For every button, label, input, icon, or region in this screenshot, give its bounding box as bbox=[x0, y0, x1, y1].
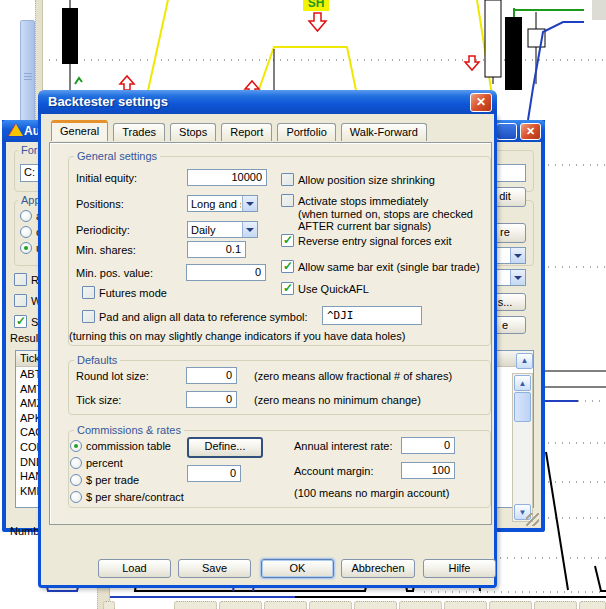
same-bar-exit-label: Allow same bar exit (single bar trade) bbox=[298, 261, 480, 274]
margin-note: (100 means no margin account) bbox=[294, 487, 449, 500]
screen: SH Au ✕ Form C: App bbox=[0, 0, 606, 609]
scrollbar-thumb[interactable] bbox=[514, 392, 531, 422]
per-trade-label: $ per trade bbox=[86, 474, 139, 487]
radio-apply-2[interactable] bbox=[20, 226, 32, 238]
checkbox-wait[interactable] bbox=[14, 294, 27, 307]
radio-per-trade[interactable] bbox=[70, 474, 82, 486]
save-button[interactable]: Save bbox=[178, 559, 251, 578]
chart-sheet-tabs[interactable] bbox=[0, 600, 606, 609]
spin-up-button[interactable]: ▲ bbox=[516, 353, 533, 369]
tab-walk-forward[interactable]: Walk-Forward bbox=[341, 123, 427, 141]
initial-equity-field[interactable]: 10000 bbox=[187, 169, 267, 186]
cancel-button[interactable]: Abbrechen bbox=[341, 559, 415, 578]
checkbox-sync[interactable] bbox=[14, 315, 27, 328]
radio-per-share[interactable] bbox=[70, 491, 82, 503]
pad-align-note: (turning this on may slightly change ind… bbox=[69, 330, 405, 343]
sheet-tab[interactable] bbox=[174, 601, 217, 609]
sheet-tab[interactable] bbox=[219, 601, 262, 609]
pad-align-label: Pad and align all data to reference symb… bbox=[99, 311, 308, 324]
percent-label: percent bbox=[86, 457, 123, 470]
reverse-entry-label: Reverse entry signal forces exit bbox=[298, 235, 451, 248]
checkbox-pad-align[interactable] bbox=[82, 310, 95, 323]
tab-portfolio[interactable]: Portfolio bbox=[277, 123, 335, 141]
chevron-down-icon[interactable] bbox=[242, 196, 257, 211]
load-button[interactable]: Load bbox=[98, 559, 171, 578]
sheet-tab[interactable] bbox=[103, 601, 115, 609]
maximize-button[interactable] bbox=[496, 123, 517, 140]
round-lot-label: Round lot size: bbox=[76, 370, 149, 383]
resize-grip[interactable] bbox=[526, 513, 539, 526]
activate-stops-label: Activate stops immediately bbox=[298, 195, 428, 208]
radio-apply-3[interactable] bbox=[20, 242, 32, 254]
ok-button[interactable]: OK bbox=[261, 559, 334, 578]
defaults-group-label: Defaults bbox=[74, 354, 120, 366]
tick-size-field[interactable]: 0 bbox=[186, 391, 237, 408]
periodicity-value: Daily bbox=[191, 223, 241, 237]
periodicity-label: Periodicity: bbox=[76, 224, 130, 237]
tick-size-note: (zero means no minimum change) bbox=[254, 394, 421, 407]
commission-amount-field[interactable]: 0 bbox=[187, 465, 241, 482]
tick-size-label: Tick size: bbox=[76, 394, 121, 407]
interest-rate-label: Annual interest rate: bbox=[294, 440, 392, 453]
futures-mode-label: Futures mode bbox=[99, 287, 167, 300]
chevron-down-icon[interactable] bbox=[242, 222, 257, 237]
chevron-down-icon[interactable] bbox=[510, 248, 525, 263]
checkbox-allow-shrinking[interactable] bbox=[281, 173, 294, 186]
candlesticks bbox=[62, 0, 545, 90]
account-margin-label: Account margin: bbox=[294, 465, 373, 478]
radio-apply-1[interactable] bbox=[20, 210, 32, 222]
round-lot-field[interactable]: 0 bbox=[186, 367, 237, 384]
checkbox-reverse-entry[interactable] bbox=[281, 234, 294, 247]
number-label: Numb bbox=[10, 525, 39, 538]
periodicity-combo[interactable]: Daily bbox=[187, 221, 258, 238]
quickafl-label: Use QuickAFL bbox=[298, 283, 369, 296]
min-shares-field[interactable]: 0.1 bbox=[187, 241, 246, 258]
help-button[interactable]: Hilfe bbox=[423, 559, 496, 578]
signal-arrows bbox=[120, 13, 479, 96]
tab-report[interactable]: Report bbox=[221, 123, 272, 141]
tab-trades[interactable]: Trades bbox=[113, 123, 165, 141]
min-pos-value-field[interactable]: 0 bbox=[186, 264, 266, 281]
sheet-tab[interactable] bbox=[489, 601, 532, 609]
sheet-tab[interactable] bbox=[264, 601, 307, 609]
sheet-tab[interactable] bbox=[399, 601, 442, 609]
chevron-down-icon[interactable] bbox=[510, 270, 525, 285]
sheet-tab[interactable] bbox=[309, 601, 352, 609]
background-scrollbar[interactable] bbox=[20, 20, 35, 122]
radio-commission-table[interactable] bbox=[70, 440, 82, 452]
general-settings-group-label: General settings bbox=[74, 150, 160, 162]
sheet-tab[interactable] bbox=[444, 601, 487, 609]
analysis-close-button[interactable]: ✕ bbox=[520, 123, 541, 140]
reference-symbol-field[interactable]: ^DJI bbox=[322, 306, 422, 325]
scroll-up-icon[interactable]: ▲ bbox=[514, 375, 531, 391]
activate-stops-note-2: AFTER current bar signals) bbox=[298, 220, 431, 233]
commission-table-label: commission table bbox=[86, 440, 171, 453]
checkbox-futures-mode[interactable] bbox=[82, 286, 95, 299]
tab-general[interactable]: General bbox=[51, 120, 108, 141]
sheet-tab[interactable] bbox=[534, 601, 577, 609]
checkbox-same-bar-exit[interactable] bbox=[281, 260, 294, 273]
dialog-titlebar[interactable]: Backtester settings ✕ bbox=[38, 90, 497, 114]
commissions-group-label: Commissions & rates bbox=[74, 424, 184, 436]
account-margin-field[interactable]: 100 bbox=[401, 462, 455, 479]
dialog-title: Backtester settings bbox=[48, 94, 168, 109]
checkbox-quickafl[interactable] bbox=[281, 282, 294, 295]
initial-equity-label: Initial equity: bbox=[76, 172, 137, 185]
interest-rate-field[interactable]: 0 bbox=[401, 437, 455, 454]
analysis-scrollbar[interactable]: ▲ ▼ bbox=[512, 373, 533, 522]
sheet-tab[interactable] bbox=[354, 601, 397, 609]
positions-label: Positions: bbox=[76, 198, 124, 211]
positions-combo[interactable]: Long and sh bbox=[187, 195, 258, 212]
radio-percent[interactable] bbox=[70, 457, 82, 469]
define-button[interactable]: Define... bbox=[187, 437, 263, 458]
dialog-tabstrip: General Trades Stops Report Portfolio Wa… bbox=[51, 123, 429, 143]
buy-signal-label: SH bbox=[303, 0, 329, 11]
dialog-close-button[interactable]: ✕ bbox=[470, 93, 492, 112]
checkbox-activate-stops[interactable] bbox=[281, 194, 294, 207]
per-share-label: $ per share/contract bbox=[86, 491, 184, 504]
positions-value: Long and sh bbox=[191, 197, 241, 211]
sheet-tab[interactable] bbox=[579, 601, 606, 609]
tab-stops[interactable]: Stops bbox=[170, 123, 216, 141]
min-shares-label: Min. shares: bbox=[76, 244, 136, 257]
checkbox-run-every[interactable] bbox=[14, 273, 27, 286]
